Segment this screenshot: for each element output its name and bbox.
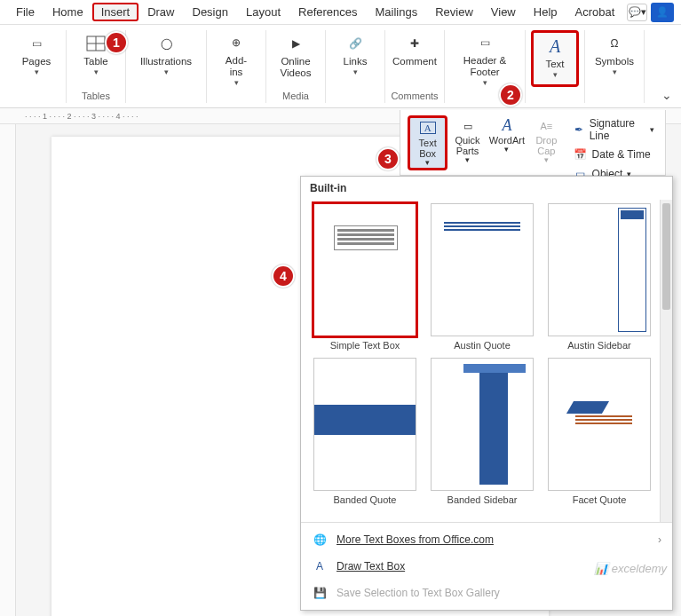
comment-label: Comment [392, 56, 437, 67]
chevron-down-icon: ▾ [234, 78, 239, 87]
gallery-thumb [313, 358, 416, 491]
pages-button[interactable]: ▭ Pages ▾ [12, 30, 60, 87]
chevron-down-icon: ▾ [425, 159, 430, 168]
annotation-badge-2: 2 [499, 83, 522, 107]
group-text: A Text ▾ [526, 30, 585, 103]
online-videos-button[interactable]: ▶ Online Videos [272, 30, 320, 87]
date-time-button[interactable]: 📅Date & Time [570, 146, 658, 163]
symbols-label: Symbols [595, 56, 634, 67]
menu-file[interactable]: File [7, 3, 44, 21]
more-label: More Text Boxes from Office.com [337, 533, 494, 546]
chevron-down-icon: ▾ [650, 125, 654, 134]
header-footer-button[interactable]: ▭ Header & Footer ▾ [450, 30, 519, 87]
menu-view[interactable]: View [482, 3, 525, 21]
group-symbols: Ω Symbols ▾ [585, 30, 645, 103]
text-label: Text [545, 59, 564, 70]
gallery-item-banded-q[interactable]: Banded Quote [310, 358, 420, 505]
gallery-item-label: Facet Quote [573, 494, 627, 505]
gallery-item-austin-s[interactable]: Austin Sidebar [544, 203, 654, 351]
chart-icon: 📊 [594, 562, 608, 575]
globe-icon: 🌐 [312, 532, 328, 548]
calendar-icon: 📅 [574, 147, 588, 162]
menubar: File Home Insert Draw Design Layout Refe… [0, 0, 681, 25]
signature-icon: ✒ [574, 122, 585, 137]
scrollbar[interactable] [660, 200, 672, 522]
links-button[interactable]: 🔗 Links ▾ [331, 30, 379, 87]
symbols-button[interactable]: Ω Symbols ▾ [590, 30, 638, 87]
addins-button[interactable]: ⊕ Add- ins ▾ [212, 30, 260, 87]
comments-toggle-button[interactable]: 💬▾ [627, 4, 647, 21]
pages-label: Pages [22, 56, 51, 67]
menu-review[interactable]: Review [426, 3, 482, 21]
addins-label: Add- ins [226, 55, 247, 78]
drop-cap-label: Drop Cap [535, 135, 557, 156]
draw-label: Draw Text Box [337, 560, 405, 573]
gallery-thumb [431, 358, 534, 491]
gallery-item-label: Simple Text Box [330, 340, 400, 351]
header-footer-label: Header & Footer [463, 55, 507, 78]
ruler-vertical [0, 124, 16, 616]
gallery-item-simple[interactable]: Simple Text Box [310, 203, 420, 351]
video-icon: ▶ [283, 34, 308, 53]
menu-references[interactable]: References [289, 3, 366, 21]
comment-button[interactable]: ✚ Comment [391, 30, 439, 87]
watermark: 📊exceldemy [594, 562, 667, 575]
group-comments: ✚ Comment Comments [385, 30, 445, 103]
menu-layout[interactable]: Layout [237, 3, 289, 21]
illustrations-button[interactable]: ◯ Illustrations ▾ [131, 30, 201, 87]
shapes-icon: ◯ [154, 34, 178, 53]
annotation-badge-3: 3 [376, 147, 400, 170]
new-comment-icon: ✚ [402, 34, 427, 53]
gallery-item-label: Austin Sidebar [567, 340, 631, 351]
signature-line-button[interactable]: ✒Signature Line▾ [570, 115, 658, 144]
gallery-thumb [313, 203, 416, 336]
wordart-button[interactable]: A WordArt ▾ [487, 115, 527, 170]
chevron-down-icon: ▾ [613, 67, 617, 76]
ribbon-insert: ▭ Pages ▾ Table ▾ Tables ◯ Illustrations… [0, 25, 681, 108]
gallery-item-label: Banded Sidebar [447, 494, 518, 505]
gallery-item-austin-q[interactable]: Austin Quote [427, 203, 537, 351]
menu-draw[interactable]: Draw [139, 3, 183, 21]
more-text-boxes-button[interactable]: 🌐 More Text Boxes from Office.com › [301, 526, 672, 553]
scrollbar-thumb[interactable] [662, 203, 670, 310]
text-a-icon: A [542, 36, 567, 56]
group-label-media: Media [282, 91, 309, 101]
gallery-section-label: Built-in [301, 177, 672, 200]
menu-design[interactable]: Design [184, 3, 237, 21]
share-icon: 👤 [656, 6, 669, 18]
text-box-label: Text Box [419, 138, 437, 159]
gallery-item-banded-s[interactable]: Banded Sidebar [427, 358, 537, 505]
ribbon-collapse-icon[interactable]: ⌄ [661, 88, 672, 102]
table-label: Table [83, 56, 108, 67]
text-box-button[interactable]: A Text Box ▾ [408, 115, 447, 170]
chevron-down-icon: ▾ [553, 70, 558, 79]
quick-parts-icon: ▭ [456, 117, 479, 135]
drop-cap-icon: A≡ [535, 117, 558, 135]
drop-cap-button[interactable]: A≡ Drop Cap ▾ [527, 115, 566, 170]
gallery-item-facet[interactable]: Facet Quote [544, 358, 654, 505]
page-icon: ▭ [24, 34, 49, 53]
text-button[interactable]: A Text ▾ [531, 30, 579, 87]
menu-mailings[interactable]: Mailings [367, 3, 427, 21]
text-box-gallery: Built-in Simple Text BoxAustin QuoteAust… [300, 176, 673, 611]
signature-label: Signature Line [590, 117, 645, 142]
chevron-right-icon: › [658, 533, 661, 546]
annotation-badge-1: 1 [105, 31, 128, 54]
menu-home[interactable]: Home [44, 3, 92, 21]
ruler-marks: · · · · 1 · · · · 2 · · · · 3 · · · · 4 … [25, 112, 139, 121]
menu-acrobat[interactable]: Acrobat [566, 3, 624, 21]
addins-icon: ⊕ [224, 34, 249, 52]
share-button[interactable]: 👤 [651, 3, 674, 22]
chevron-down-icon: ▾ [483, 78, 487, 87]
text-box-icon: A [416, 120, 439, 136]
menu-insert[interactable]: Insert [92, 3, 139, 21]
quick-parts-button[interactable]: ▭ Quick Parts ▾ [447, 115, 487, 170]
group-illustrations: ◯ Illustrations ▾ [126, 30, 207, 103]
chevron-down-icon: ▾ [164, 67, 169, 76]
menu-help[interactable]: Help [525, 3, 566, 21]
gallery-thumb [548, 203, 651, 336]
gallery-item-label: Banded Quote [334, 494, 397, 505]
gallery-thumb [431, 203, 534, 336]
chevron-down-icon: ▾ [94, 67, 99, 76]
chevron-down-icon: ▾ [353, 67, 358, 76]
